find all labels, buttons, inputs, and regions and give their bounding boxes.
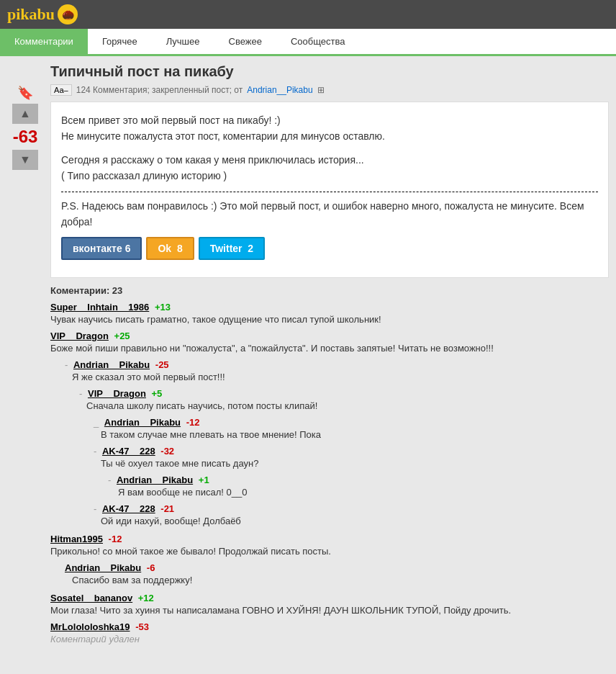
site-header: pikabu 🌰 — [0, 0, 616, 29]
bookmark-icon[interactable]: 🔖 — [17, 85, 33, 101]
comment-author-line: - Andrian__Pikabu +1 — [108, 475, 609, 485]
comment-author-line: Andrian__Pikabu -6 — [65, 562, 609, 573]
list-item: - VIP__Dragon +5 Сначала школу писать на… — [79, 388, 609, 411]
comment-author[interactable]: Super__Inhtain__1986 — [50, 302, 149, 313]
comment-text: Прикольно! со мной такое же бывало! Прод… — [50, 546, 609, 557]
list-item: - Andrian__Pikabu +1 Я вам вообще не пис… — [108, 475, 609, 498]
comment-score: -53 — [135, 621, 149, 632]
comment-author-line: Hitman1995 -12 — [50, 534, 609, 544]
post-text-intro: Всем привет это мой первый пост на пикаб… — [61, 112, 598, 145]
post-text-story: Сегодня я расскажу о том какая у меня пр… — [61, 152, 598, 184]
comment-author[interactable]: VIP__Dragon — [88, 388, 146, 399]
comment-author[interactable]: Andrian__Pikabu — [104, 417, 181, 428]
comment-text: Сначала школу писать научись, потом пост… — [79, 400, 609, 411]
comment-author[interactable]: VIP__Dragon — [50, 331, 109, 341]
comment-score: +12 — [138, 593, 154, 603]
list-item: - AK-47__228 -21 Ой иди нахуй, вообще! Д… — [94, 503, 609, 526]
twitter-share-button[interactable]: Twitter 2 — [199, 237, 265, 260]
comment-score: +25 — [114, 331, 130, 341]
comment-text: Чувак научись писать граматно, такое оду… — [50, 314, 609, 325]
comment-author-line: - AK-47__228 -21 — [94, 503, 609, 514]
comment-author-line: - Andrian__Pikabu -25 — [65, 359, 609, 370]
comment-text: Ты чё охуел такое мне писать даун? — [94, 458, 609, 469]
list-item: Andrian__Pikabu -6 Спасибо вам за поддер… — [65, 562, 609, 585]
comment-score: -12 — [186, 417, 200, 428]
reply-dash: - — [94, 446, 96, 457]
vote-sidebar: 🔖 ▲ -63 ▼ — [7, 63, 43, 650]
main-content: Типичный пост на пикабу Аа– 124 Коммента… — [50, 63, 609, 650]
comment-score: +1 — [199, 475, 209, 485]
comment-text: В таком случае мне плевать на твое мнени… — [94, 429, 609, 440]
comment-text: Спасибо вам за поддержку! — [65, 575, 609, 585]
post-score: -63 — [13, 127, 38, 147]
nav-fresh[interactable]: Свежее — [214, 29, 276, 54]
comment-author[interactable]: AK-47__228 — [102, 503, 155, 514]
logo-text: pikabu — [7, 5, 55, 24]
reply-dash: - — [94, 503, 96, 514]
comment-score: -32 — [160, 446, 174, 457]
nav-communities[interactable]: Сообщества — [276, 29, 360, 54]
comment-author-line: - VIP__Dragon +5 — [79, 388, 609, 399]
comment-author[interactable]: Andrian__Pikabu — [65, 562, 141, 573]
share-icon[interactable]: ⊞ — [317, 85, 325, 95]
comments-header: Коментарии: 23 — [50, 285, 609, 296]
comment-author-line: - AK-47__228 -32 — [94, 446, 609, 457]
comment-score: +5 — [152, 388, 163, 399]
post-text-ps: P.S. Надеюсь вам понравилось :) Это мой … — [61, 198, 598, 230]
reply-dash: - — [65, 359, 68, 370]
comment-author-line: Super__Inhtain__1986 +13 — [50, 302, 609, 313]
vote-down-button[interactable]: ▼ — [12, 150, 38, 170]
reply-dash: - — [79, 388, 82, 399]
list-item: Sosatel__bananov +12 Мои глаза! Чито за … — [50, 593, 609, 616]
list-item: Super__Inhtain__1986 +13 Чувак научись п… — [50, 302, 609, 325]
comment-author[interactable]: Andrian__Pikabu — [117, 475, 193, 485]
vote-up-button[interactable]: ▲ — [12, 104, 38, 124]
list-item: MrLolololoshka19 -53 Коментарий удален — [50, 621, 609, 644]
nav-comments[interactable]: Комментарии — [0, 29, 88, 54]
post-divider — [61, 192, 598, 192]
comment-author[interactable]: Sosatel__bananov — [50, 593, 132, 603]
comment-score: -25 — [155, 359, 169, 370]
post-body: Всем привет это мой первый пост на пикаб… — [50, 102, 609, 278]
main-nav: Комментарии Горячее Лучшее Свежее Сообще… — [0, 29, 616, 56]
nav-hot[interactable]: Горячее — [88, 29, 152, 54]
comment-text: Я же сказал это мой первый пост!!! — [65, 372, 609, 382]
comment-count: 124 Комментария; закрепленный пост; от — [76, 85, 243, 95]
comment-text: Боже мой пиши правильно ни "пожалуста", … — [50, 343, 609, 354]
list-item: VIP__Dragon +25 Боже мой пиши правильно … — [50, 331, 609, 354]
comment-text: Мои глаза! Чито за хуиня ты написаламана… — [50, 605, 609, 616]
ok-share-button[interactable]: Ok 8 — [146, 237, 194, 260]
list-item: - AK-47__228 -32 Ты чё охуел такое мне п… — [94, 446, 609, 469]
comment-author-line: _ Andrian__Pikabu -12 — [94, 417, 609, 428]
comment-text: Я вам вообще не писал! 0__0 — [108, 487, 609, 498]
post-meta: Аа– 124 Комментария; закрепленный пост; … — [50, 84, 609, 96]
comment-author-line: VIP__Dragon +25 — [50, 331, 609, 341]
reply-dash: _ — [94, 417, 99, 428]
comment-score: -21 — [160, 503, 174, 514]
comment-score: -6 — [147, 562, 155, 573]
comment-author[interactable]: Hitman1995 — [50, 534, 103, 544]
comment-author[interactable]: AK-47__228 — [102, 446, 155, 457]
nav-best[interactable]: Лучшее — [152, 29, 214, 54]
comment-author-line: MrLolololoshka19 -53 — [50, 621, 609, 632]
comment-author-line: Sosatel__bananov +12 — [50, 593, 609, 603]
list-item: - Andrian__Pikabu -25 Я же сказал это мо… — [65, 359, 609, 382]
vk-share-button[interactable]: вконтакте 6 — [61, 237, 142, 260]
list-item: _ Andrian__Pikabu -12 В таком случае мне… — [94, 417, 609, 440]
logo[interactable]: pikabu 🌰 — [7, 4, 78, 24]
logo-icon: 🌰 — [58, 4, 78, 24]
post-author-link[interactable]: Andrian__Pikabu — [247, 85, 312, 95]
comment-author[interactable]: MrLolololoshka19 — [50, 621, 130, 632]
comment-score: -12 — [109, 534, 122, 544]
list-item: Hitman1995 -12 Прикольно! со мной такое … — [50, 534, 609, 557]
comment-text: Ой иди нахуй, вообще! Долбаёб — [94, 516, 609, 526]
comment-text: Коментарий удален — [50, 634, 609, 644]
comments-list: Super__Inhtain__1986 +13 Чувак научись п… — [50, 302, 609, 644]
font-size-button[interactable]: Аа– — [50, 84, 72, 96]
comment-score: +13 — [155, 302, 171, 313]
social-buttons: вконтакте 6 Ok 8 Twitter 2 — [61, 237, 598, 260]
comment-author[interactable]: Andrian__Pikabu — [73, 359, 150, 370]
page-container: 🔖 ▲ -63 ▼ Типичный пост на пикабу Аа– 12… — [0, 56, 616, 657]
post-title: Типичный пост на пикабу — [50, 63, 609, 80]
reply-dash: - — [108, 475, 111, 485]
